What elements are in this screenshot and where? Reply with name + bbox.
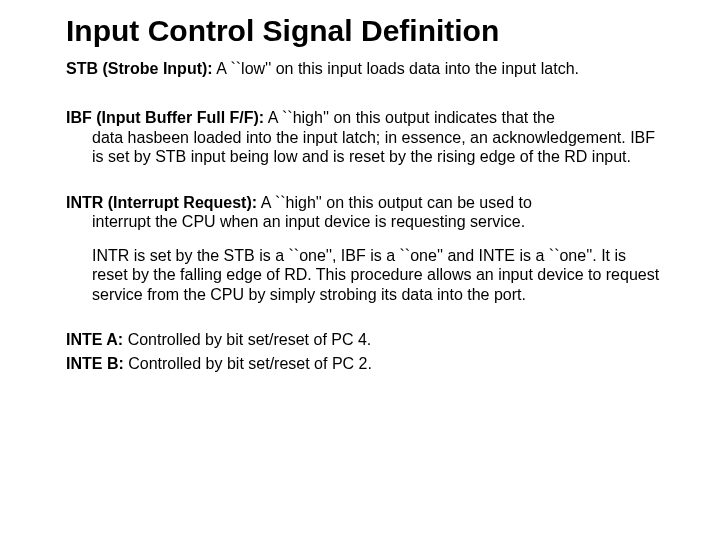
definition-inte-a: INTE A: Controlled by bit set/reset of P… (66, 330, 660, 350)
slide: Input Control Signal Definition STB (Str… (0, 0, 720, 540)
definition-intr-detail: INTR is set by the STB is a ``one'', IBF… (66, 246, 660, 305)
definition-text: A ``high'' on this output can be used to (257, 194, 532, 211)
definition-text-cont: data hasbeen loaded into the input latch… (66, 128, 660, 167)
definition-ibf: IBF (Input Buffer Full F/F): A ``high'' … (66, 108, 660, 167)
signal-name-inte-b: INTE B: (66, 355, 124, 372)
definition-text: Controlled by bit set/reset of PC 4. (123, 331, 371, 348)
definition-intr: INTR (Interrupt Request): A ``high'' on … (66, 193, 660, 232)
signal-name-ibf: IBF (Input Buffer Full F/F): (66, 109, 264, 126)
definition-text-cont: interrupt the CPU when an input device i… (66, 212, 660, 232)
signal-name-intr: INTR (Interrupt Request): (66, 194, 257, 211)
definition-stb: STB (Strobe Input): A ``low'' on this in… (66, 59, 660, 79)
definition-text: Controlled by bit set/reset of PC 2. (124, 355, 372, 372)
page-title: Input Control Signal Definition (66, 14, 660, 49)
signal-name-inte-a: INTE A: (66, 331, 123, 348)
definition-text: A ``low'' on this input loads data into … (213, 60, 579, 77)
definition-inte-b: INTE B: Controlled by bit set/reset of P… (66, 354, 660, 374)
signal-name-stb: STB (Strobe Input): (66, 60, 213, 77)
definition-text: A ``high'' on this output indicates that… (264, 109, 555, 126)
